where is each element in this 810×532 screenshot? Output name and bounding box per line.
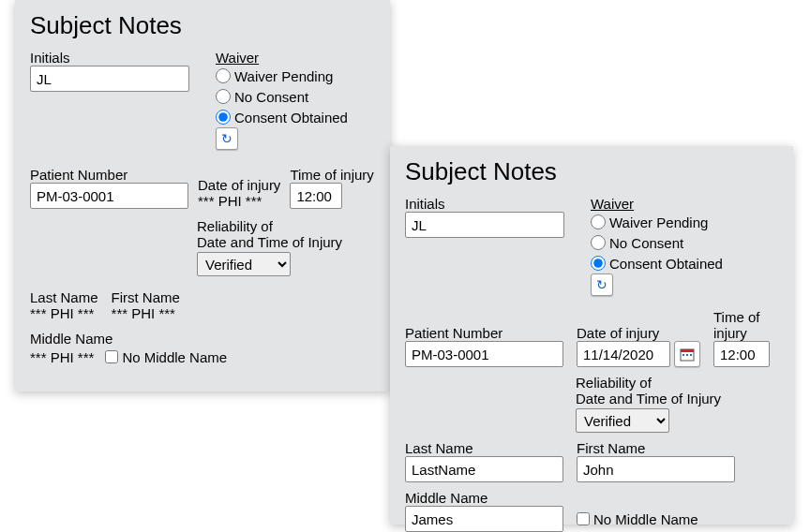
no-middle-name-checkbox-wrap[interactable]: No Middle Name	[105, 347, 227, 367]
reliability-select[interactable]: Verified	[576, 408, 669, 433]
waiver-option-consent[interactable]: Consent Obtained	[216, 107, 348, 127]
middle-name-label: Middle Name	[30, 331, 375, 347]
patient-number-label: Patient Number	[30, 167, 188, 183]
first-name-label: First Name	[112, 289, 180, 305]
no-middle-name-label: No Middle Name	[122, 349, 227, 365]
waiver-option-consent[interactable]: Consent Obtained	[591, 253, 723, 273]
last-name-label: Last Name	[30, 289, 98, 305]
reliability-label-1: Reliability of	[576, 375, 778, 391]
subject-notes-panel-masked: Subject Notes Initials Waiver Waiver Pen…	[15, 0, 390, 392]
waiver-option-pending[interactable]: Waiver Pending	[591, 212, 723, 232]
date-of-injury-label: Date of injury	[577, 325, 700, 341]
first-name-input[interactable]	[577, 456, 735, 482]
last-name-input[interactable]	[405, 456, 563, 482]
waiver-radio-consent[interactable]	[216, 110, 231, 125]
time-of-injury-label: Time of injury	[713, 309, 778, 341]
time-of-injury-input[interactable]	[713, 341, 770, 367]
date-of-injury-label: Date of injury	[198, 177, 280, 193]
waiver-label: Waiver	[591, 196, 723, 212]
no-middle-name-label: No Middle Name	[593, 511, 698, 527]
date-of-injury-input[interactable]	[577, 341, 670, 367]
page-title: Subject Notes	[30, 11, 375, 40]
no-middle-name-checkbox-wrap[interactable]: No Middle Name	[577, 509, 698, 529]
waiver-radio-none[interactable]	[591, 235, 606, 250]
middle-name-phi: *** PHI ***	[30, 349, 94, 365]
reliability-label-1: Reliability of	[197, 218, 375, 234]
svg-rect-4	[690, 354, 692, 356]
page-title: Subject Notes	[405, 157, 778, 186]
waiver-option-label: Consent Obtained	[609, 256, 723, 272]
initials-input[interactable]	[405, 212, 564, 238]
waiver-option-label: Waiver Pending	[234, 68, 333, 84]
svg-rect-3	[686, 354, 688, 356]
waiver-reset-button[interactable]: ↻	[591, 273, 613, 296]
waiver-option-label: No Consent	[609, 235, 683, 251]
middle-name-input[interactable]	[405, 506, 563, 532]
reliability-label-2: Date and Time of Injury	[576, 391, 778, 406]
initials-input[interactable]	[30, 66, 189, 92]
last-name-phi: *** PHI ***	[30, 305, 98, 321]
reset-icon: ↻	[596, 277, 608, 292]
patient-number-label: Patient Number	[405, 325, 563, 341]
waiver-radio-pending[interactable]	[591, 214, 606, 229]
patient-number-input[interactable]	[30, 183, 188, 209]
waiver-option-none[interactable]: No Consent	[216, 86, 348, 107]
svg-rect-1	[681, 349, 694, 352]
first-name-phi: *** PHI ***	[112, 305, 180, 321]
waiver-option-label: No Consent	[234, 89, 308, 105]
waiver-option-none[interactable]: No Consent	[591, 232, 723, 253]
last-name-label: Last Name	[405, 440, 563, 456]
waiver-option-label: Consent Obtained	[234, 110, 348, 126]
middle-name-label: Middle Name	[405, 490, 778, 506]
waiver-label: Waiver	[216, 50, 348, 66]
time-of-injury-input[interactable]	[290, 183, 342, 209]
no-middle-name-checkbox[interactable]	[105, 350, 118, 363]
reset-icon: ↻	[221, 131, 232, 146]
calendar-icon	[680, 347, 695, 362]
initials-label: Initials	[405, 196, 562, 212]
reliability-label-2: Date and Time of Injury	[197, 234, 375, 250]
initials-label: Initials	[30, 50, 188, 66]
date-picker-button[interactable]	[674, 341, 700, 367]
reliability-select[interactable]: Verified	[197, 252, 291, 276]
waiver-radio-pending[interactable]	[216, 68, 231, 83]
waiver-radio-none[interactable]	[216, 89, 231, 104]
svg-rect-2	[682, 354, 684, 356]
first-name-label: First Name	[577, 440, 735, 456]
waiver-option-label: Waiver Pending	[609, 214, 708, 230]
date-of-injury-phi: *** PHI ***	[198, 193, 280, 209]
time-of-injury-label: Time of injury	[290, 167, 373, 183]
waiver-reset-button[interactable]: ↻	[216, 127, 238, 150]
patient-number-input[interactable]	[405, 341, 563, 367]
no-middle-name-checkbox[interactable]	[577, 512, 590, 525]
subject-notes-panel-unmasked: Subject Notes Initials Waiver Waiver Pen…	[390, 146, 793, 525]
waiver-radio-consent[interactable]	[591, 256, 606, 271]
waiver-option-pending[interactable]: Waiver Pending	[216, 66, 348, 86]
